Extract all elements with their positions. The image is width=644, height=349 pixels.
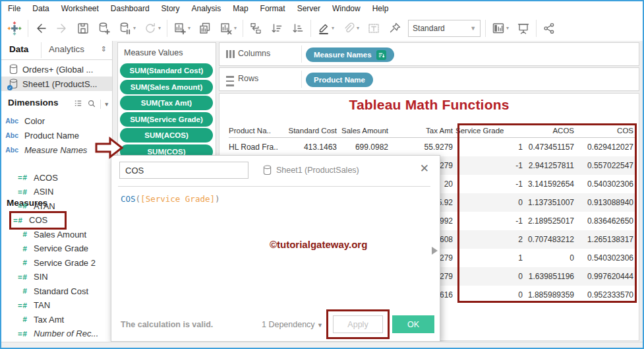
- pill-sum-tax-amt-[interactable]: SUM(Tax Amt): [120, 96, 213, 110]
- table-cell[interactable]: 1.265138317: [577, 235, 636, 244]
- chevron-down-icon[interactable]: ▾: [158, 26, 161, 31]
- measure-item-service-grade[interactable]: #Service Grade: [1, 241, 112, 256]
- measure-item-number-of-rec-[interactable]: =#Number of Rec...: [1, 327, 112, 341]
- presentation-button[interactable]: [515, 20, 531, 36]
- back-arrow-button[interactable]: [33, 20, 49, 36]
- table-cell[interactable]: 1.885989359: [525, 290, 577, 300]
- duplicate-sheet-button[interactable]: [197, 20, 213, 36]
- pause-datasource-button[interactable]: ▾: [117, 20, 137, 36]
- table-cell[interactable]: 1: [455, 143, 525, 152]
- show-me-button[interactable]: ▾: [490, 20, 510, 36]
- menu-dashboard[interactable]: Dashboard: [105, 1, 156, 16]
- measure-item-standard-cost[interactable]: #Standard Cost: [1, 284, 112, 298]
- share-button[interactable]: [541, 20, 557, 36]
- menu-file[interactable]: File: [1, 1, 26, 16]
- add-datasource-button[interactable]: [96, 20, 112, 36]
- datasource-item[interactable]: ✓Sheet1 (ProductS...: [1, 77, 112, 91]
- ok-button[interactable]: OK: [392, 315, 434, 333]
- chevron-down-icon[interactable]: ▾: [357, 26, 359, 31]
- table-cell[interactable]: 0.557022547: [577, 161, 636, 170]
- table-cell[interactable]: -1: [455, 179, 525, 189]
- tab-data[interactable]: Data: [9, 44, 28, 54]
- view-list-icon[interactable]: [73, 98, 83, 110]
- menu-help[interactable]: Help: [366, 1, 395, 16]
- menu-format[interactable]: Format: [254, 1, 291, 16]
- table-cell[interactable]: 0.913088940: [577, 198, 636, 207]
- table-cell[interactable]: 0: [455, 290, 525, 300]
- table-cell[interactable]: 0.629412027: [577, 143, 636, 152]
- pill-sum-standard-cost-[interactable]: SUM(Standard Cost): [120, 63, 213, 78]
- search-icon[interactable]: [87, 99, 96, 110]
- menu-story[interactable]: Story: [156, 1, 186, 16]
- menu-server[interactable]: Server: [291, 1, 326, 16]
- table-cell[interactable]: 55.9279: [391, 143, 455, 152]
- chevron-down-icon[interactable]: ▾: [234, 26, 237, 31]
- table-cell[interactable]: 2.189525017: [525, 216, 577, 226]
- expand-panel-icon[interactable]: [432, 247, 438, 255]
- sort-ascending-button[interactable]: [269, 20, 285, 36]
- table-cell[interactable]: 0.836462650: [577, 216, 636, 226]
- menu-analysis[interactable]: Analysis: [186, 1, 227, 16]
- pill-product-name[interactable]: Product Name: [306, 73, 373, 87]
- menu-worksheet[interactable]: Worksheet: [55, 1, 105, 16]
- chevron-down-icon[interactable]: ▾: [188, 26, 190, 31]
- tableau-logo-button[interactable]: [6, 20, 23, 37]
- table-cell[interactable]: 0.540302306: [577, 253, 636, 263]
- measure-item-service-grade-2[interactable]: #Service Grade 2: [1, 255, 112, 270]
- table-cell[interactable]: 699.0982: [339, 143, 391, 152]
- table-cell[interactable]: -1: [455, 161, 525, 170]
- refresh-button[interactable]: ▾: [142, 20, 162, 36]
- dimension-item-color[interactable]: AbcColor: [1, 113, 112, 128]
- rows-shelf[interactable]: Rows Product Name: [219, 67, 639, 91]
- pane-sort-icon[interactable]: ⇕: [101, 45, 107, 53]
- text-label-button[interactable]: [366, 20, 382, 36]
- pill-sum-acos-[interactable]: SUM(ACOS): [120, 128, 213, 143]
- menu-map[interactable]: Map: [227, 1, 254, 16]
- chevron-down-icon[interactable]: ▾: [506, 26, 509, 31]
- table-cell[interactable]: 0: [525, 253, 577, 263]
- chevron-down-icon[interactable]: ▾: [332, 26, 334, 31]
- dimensions-menu-icon[interactable]: ▾: [105, 101, 108, 108]
- sort-badge-icon[interactable]: [376, 50, 386, 60]
- swap-axes-button[interactable]: [248, 20, 264, 36]
- table-cell[interactable]: 3.141592654: [525, 179, 577, 189]
- table-cell[interactable]: 2.941257811: [525, 161, 577, 170]
- menu-window[interactable]: Window: [326, 1, 366, 16]
- pill-sum-service-grade-[interactable]: SUM(Service Grade): [120, 112, 213, 127]
- paperclip-button[interactable]: ▾: [341, 20, 361, 36]
- table-cell[interactable]: 0.540302306: [577, 179, 636, 189]
- table-cell[interactable]: 0: [455, 272, 525, 281]
- menu-data[interactable]: Data: [26, 1, 55, 16]
- highlight-pen-button[interactable]: ▾: [316, 20, 336, 36]
- chevron-down-icon[interactable]: ▾: [133, 26, 136, 31]
- table-cell[interactable]: 0.707483212: [525, 235, 577, 244]
- table-cell[interactable]: 1: [455, 253, 525, 263]
- new-worksheet-button[interactable]: ▾: [172, 20, 192, 36]
- pill-sum-sales-amount-[interactable]: SUM(Sales Amount): [120, 80, 213, 94]
- calculation-name-input[interactable]: [119, 162, 249, 179]
- clear-sheet-button[interactable]: ▾: [218, 20, 238, 36]
- table-cell[interactable]: 1.137351007: [525, 198, 577, 207]
- measure-item-acos[interactable]: =#ACOS: [1, 170, 112, 185]
- columns-shelf[interactable]: Columns Measure Names: [219, 42, 639, 66]
- sort-descending-button[interactable]: [290, 20, 306, 36]
- table-cell[interactable]: 1.639851196: [525, 272, 577, 281]
- dimension-item-product-name[interactable]: AbcProduct Name: [1, 128, 112, 143]
- fit-select[interactable]: Standard▼: [408, 20, 481, 37]
- apply-button[interactable]: Apply: [333, 315, 383, 333]
- table-cell[interactable]: 413.1463: [281, 143, 339, 152]
- table-cell[interactable]: 0: [455, 198, 525, 207]
- forward-arrow-button[interactable]: [54, 20, 70, 36]
- measure-item-tax-amt[interactable]: #Tax Amt: [1, 312, 112, 327]
- formula-editor[interactable]: COS([Service Grade]): [121, 194, 220, 204]
- save-button[interactable]: [75, 20, 91, 36]
- table-cell[interactable]: -1: [455, 216, 525, 226]
- close-icon[interactable]: ✕: [417, 161, 432, 177]
- measure-item-sales-amount[interactable]: #Sales Amount: [1, 227, 112, 241]
- table-cell[interactable]: 2: [455, 235, 525, 244]
- pin-button[interactable]: [387, 20, 403, 36]
- tab-analytics[interactable]: Analytics: [49, 44, 84, 54]
- measure-item-cos[interactable]: =#COS: [1, 213, 112, 228]
- table-cell[interactable]: HL Road Fra..: [229, 143, 281, 152]
- measure-item-sin[interactable]: =#SIN: [1, 270, 112, 284]
